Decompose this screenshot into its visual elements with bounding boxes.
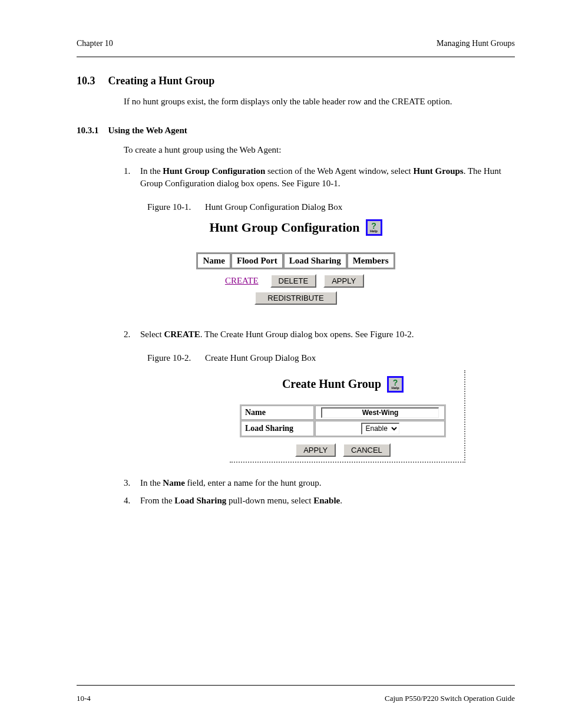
step-3: 3. In the Name field, enter a name for t… [124, 477, 515, 490]
page-footer: 10-4 Cajun P550/P220 Switch Operation Gu… [77, 685, 515, 691]
step-text: Select CREATE. The Create Hunt Group dia… [140, 328, 515, 341]
panel2-title-row: Create Hunt Group ?Help [233, 376, 452, 393]
load-sharing-cell: Enable [315, 421, 445, 436]
section-title: Creating a Hunt Group [108, 75, 215, 87]
step-number: 3. [124, 477, 140, 490]
step-4: 4. From the Load Sharing pull-down menu,… [124, 495, 515, 508]
lead-in: To create a hunt group using the Web Age… [124, 144, 515, 157]
figure-label: Figure 10-2. [147, 353, 191, 363]
subsection-number: 10.3.1 [77, 126, 99, 135]
step-1: 1. In the Hunt Group Configuration secti… [124, 165, 515, 191]
step-text: In the Hunt Group Configuration section … [140, 165, 515, 191]
help-icon[interactable]: ?Help [387, 376, 404, 393]
create-link[interactable]: CREATE [225, 276, 259, 286]
step-number: 2. [124, 328, 140, 341]
header-right: Managing Hunt Groups [437, 39, 515, 48]
figure-caption-text: Create Hunt Group Dialog Box [205, 353, 316, 363]
col-flood-port: Flood Port [232, 253, 283, 268]
header-left: Chapter 10 [77, 39, 113, 48]
page-header: Chapter 10 Managing Hunt Groups [77, 35, 515, 57]
create-hunt-group-table: Name Load Sharing Enable [240, 404, 446, 437]
steps-list-cont: 2. Select CREATE. The Create Hunt Group … [124, 328, 515, 341]
redistribute-button[interactable]: REDISTRIBUTE [254, 291, 336, 305]
panel1-title: Hunt Group Configuration [209, 220, 359, 235]
load-sharing-select[interactable]: Enable [361, 423, 399, 434]
panel1-title-row: Hunt Group Configuration ?Help [184, 219, 408, 236]
steps-list: 1. In the Hunt Group Configuration secti… [124, 165, 515, 191]
step-text: In the Name field, enter a name for the … [140, 477, 515, 490]
section-number: 10.3 [77, 75, 95, 87]
hunt-group-table: Name Flood Port Load Sharing Members [196, 252, 395, 269]
step-number: 4. [124, 495, 140, 508]
hunt-group-config-panel: Hunt Group Configuration ?Help Name Floo… [184, 219, 408, 305]
panel2-button-row: APPLY CANCEL [233, 443, 452, 457]
step-text: From the Load Sharing pull-down menu, se… [140, 495, 515, 508]
figure-1-caption: Figure 10-1. Hunt Group Configuration Di… [147, 202, 515, 212]
load-sharing-label: Load Sharing [241, 421, 314, 436]
create-hunt-group-panel: Create Hunt Group ?Help Name Load Sharin… [230, 370, 465, 463]
name-cell [315, 406, 445, 420]
name-field[interactable] [321, 407, 439, 418]
step-2: 2. Select CREATE. The Create Hunt Group … [124, 328, 515, 341]
col-load-sharing: Load Sharing [284, 253, 346, 268]
figure-2-caption: Figure 10-2. Create Hunt Group Dialog Bo… [147, 353, 515, 363]
apply-button[interactable]: APPLY [323, 274, 364, 288]
intro-text: If no hunt groups exist, the form displa… [124, 95, 515, 108]
footer-doc-title: Cajun P550/P220 Switch Operation Guide [385, 694, 515, 703]
panel1-button-row-2: REDISTRIBUTE [184, 291, 408, 305]
subsection-title: Using the Web Agent [108, 126, 187, 135]
delete-button[interactable]: DELETE [270, 274, 317, 288]
panel1-button-row-1: CREATE DELETE APPLY [184, 274, 408, 288]
help-icon[interactable]: ?Help [366, 219, 382, 236]
name-label: Name [241, 406, 314, 420]
figure-caption-text: Hunt Group Configuration Dialog Box [205, 202, 342, 212]
step-number: 1. [124, 165, 140, 191]
apply-button[interactable]: APPLY [295, 443, 336, 457]
footer-page-number: 10-4 [77, 694, 91, 703]
steps-list-cont2: 3. In the Name field, enter a name for t… [124, 477, 515, 508]
col-name: Name [197, 253, 230, 268]
col-members: Members [348, 253, 394, 268]
page: Chapter 10 Managing Hunt Groups 10.3 Cre… [0, 0, 562, 728]
section-heading: 10.3 Creating a Hunt Group [77, 75, 515, 87]
cancel-button[interactable]: CANCEL [343, 443, 391, 457]
subsection-heading: 10.3.1 Using the Web Agent [77, 125, 515, 136]
figure-label: Figure 10-1. [147, 202, 191, 212]
panel2-title: Create Hunt Group [282, 377, 381, 391]
